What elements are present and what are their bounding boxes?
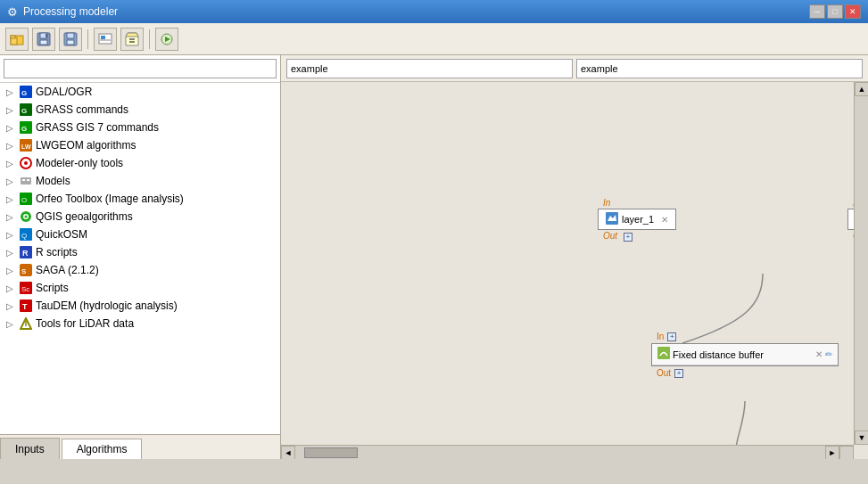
tree-label-modeler: Modeler-only tools: [36, 157, 123, 169]
buffer-out-label: Out: [657, 368, 671, 378]
svg-text:G: G: [21, 125, 27, 133]
svg-text:Sc: Sc: [21, 285, 29, 293]
tree-item-saga[interactable]: ▷ S SAGA (2.1.2): [0, 261, 280, 279]
run-button[interactable]: [155, 28, 178, 51]
svg-text:R: R: [22, 249, 29, 258]
expand-lwgeom: ▷: [4, 139, 16, 152]
qgis-icon: [19, 209, 33, 224]
scroll-down-button[interactable]: ▼: [855, 431, 868, 445]
separator-1: [87, 29, 88, 49]
tree-item-lwgeom[interactable]: ▷ LW LWGEOM algorithms: [0, 136, 280, 154]
tree-item-modeler[interactable]: ▷ Modeler-only tools: [0, 154, 280, 172]
maximize-button[interactable]: □: [827, 4, 843, 19]
search-box: [0, 55, 280, 83]
expand-scripts: ▷: [4, 282, 16, 294]
tree-item-lidar[interactable]: ▷ Tools for LiDAR data: [0, 315, 280, 332]
tree-item-orfeo[interactable]: ▷ O Orfeo Toolbox (Image analysis): [0, 190, 280, 208]
tree-label-saga: SAGA (2.1.2): [36, 264, 99, 276]
grass7-icon: G: [19, 120, 33, 135]
expand-taudem: ▷: [4, 299, 16, 312]
buffer-out-port[interactable]: +: [674, 369, 683, 378]
svg-rect-6: [45, 34, 47, 37]
tree-item-gdal[interactable]: ▷ G GDAL/OGR: [0, 83, 280, 101]
bottom-tabs: Inputs Algorithms: [0, 434, 280, 459]
layer1-close[interactable]: ✕: [661, 215, 668, 225]
tree-label-scripts: Scripts: [36, 282, 69, 294]
tree-item-grass7[interactable]: ▷ G GRASS GIS 7 commands: [0, 119, 280, 136]
expand-gdal: ▷: [4, 86, 16, 98]
save-as-button[interactable]: [59, 28, 82, 51]
tree-container: ▷ G GDAL/OGR ▷ G GRASS commands ▷ G GRAS…: [0, 83, 280, 434]
tab-inputs[interactable]: Inputs: [0, 438, 60, 459]
tree-label-osm: QuickOSM: [36, 228, 87, 241]
save-button[interactable]: [32, 28, 55, 51]
expand-qgis: ▷: [4, 210, 16, 223]
canvas-main: In layer_1 ✕ Out + In: [281, 82, 868, 459]
svg-point-36: [25, 216, 28, 218]
window-controls: ─ □ ✕: [809, 4, 861, 19]
scrollbar-thumb[interactable]: [304, 447, 358, 458]
saga-icon: S: [19, 263, 33, 277]
horizontal-scrollbar[interactable]: ◄ ►: [281, 445, 854, 459]
layer1-container: In layer_1 ✕ Out +: [598, 198, 676, 242]
minimize-button[interactable]: ─: [809, 4, 825, 19]
load-button[interactable]: [120, 28, 144, 51]
expand-osm: ▷: [4, 228, 16, 241]
tree-label-orfeo: Orfeo Toolbox (Image analysis): [36, 193, 184, 205]
svg-text:T: T: [22, 302, 28, 311]
layer1-node[interactable]: layer_1 ✕: [598, 209, 676, 230]
canvas-header: [281, 55, 868, 82]
tree-label-gdal: GDAL/OGR: [36, 86, 92, 98]
open-button[interactable]: [5, 28, 29, 51]
buffer-close-icon[interactable]: ✕: [815, 349, 823, 359]
svg-rect-5: [40, 40, 47, 45]
tree-label-lidar: Tools for LiDAR data: [36, 317, 134, 330]
tree-item-qgis[interactable]: ▷ QGIS geoalgorithms: [0, 208, 280, 226]
svg-rect-2: [11, 36, 15, 38]
layer1-label: layer_1: [622, 214, 654, 225]
buffer-in-label: In: [657, 332, 664, 341]
scrollbar-corner: [839, 446, 854, 460]
modeler-icon: [19, 156, 33, 170]
svg-text:Q: Q: [21, 232, 27, 240]
tree-item-osm[interactable]: ▷ Q QuickOSM: [0, 226, 280, 243]
svg-text:G: G: [21, 107, 27, 115]
scroll-left-button[interactable]: ◄: [281, 446, 295, 460]
tree-item-r[interactable]: ▷ R R scripts: [0, 243, 280, 261]
search-input[interactable]: [4, 59, 277, 78]
buffer-title: Fixed distance buffer: [670, 349, 815, 360]
buffer-edit-icon[interactable]: ✏: [825, 349, 832, 359]
layer1-out-port[interactable]: +: [624, 233, 632, 242]
vertical-scrollbar[interactable]: ▲ ▼: [854, 82, 868, 445]
scroll-up-button[interactable]: ▲: [855, 82, 868, 96]
tree-label-models: Models: [36, 175, 70, 187]
tree-label-lwgeom: LWGEOM algorithms: [36, 139, 136, 152]
model-group-input[interactable]: [576, 59, 863, 78]
tree-label-grass: GRASS commands: [36, 103, 128, 116]
app-title: Processing modeler: [23, 5, 118, 18]
svg-text:LW: LW: [21, 144, 31, 150]
scroll-right-button[interactable]: ►: [825, 446, 839, 460]
buffer-in-port[interactable]: +: [667, 332, 676, 341]
expand-grass: ▷: [4, 103, 16, 116]
app-icon: ⚙: [7, 5, 18, 19]
export-button[interactable]: [94, 28, 117, 51]
tree-item-scripts[interactable]: ▷ Sc Scripts: [0, 279, 280, 297]
main-layout: ▷ G GDAL/OGR ▷ G GRASS commands ▷ G GRAS…: [0, 55, 868, 459]
expand-r: ▷: [4, 246, 16, 258]
svg-text:S: S: [21, 267, 27, 275]
expand-orfeo: ▷: [4, 193, 16, 205]
tree-item-grass[interactable]: ▷ G GRASS commands: [0, 101, 280, 119]
tree-item-models[interactable]: ▷ Models: [0, 172, 280, 190]
tree-label-taudem: TauDEM (hydrologic analysis): [36, 299, 178, 312]
layer1-out-label: Out +: [598, 231, 676, 242]
lidar-icon: [19, 316, 33, 331]
svg-rect-8: [67, 33, 74, 38]
buffer-node: Fixed distance buffer ✕ ✏: [651, 343, 839, 366]
svg-rect-11: [101, 36, 105, 39]
model-name-input[interactable]: [286, 59, 573, 78]
close-button[interactable]: ✕: [845, 4, 861, 19]
svg-marker-14: [126, 33, 138, 37]
tab-algorithms[interactable]: Algorithms: [62, 439, 143, 459]
tree-item-taudem[interactable]: ▷ T TauDEM (hydrologic analysis): [0, 297, 280, 315]
